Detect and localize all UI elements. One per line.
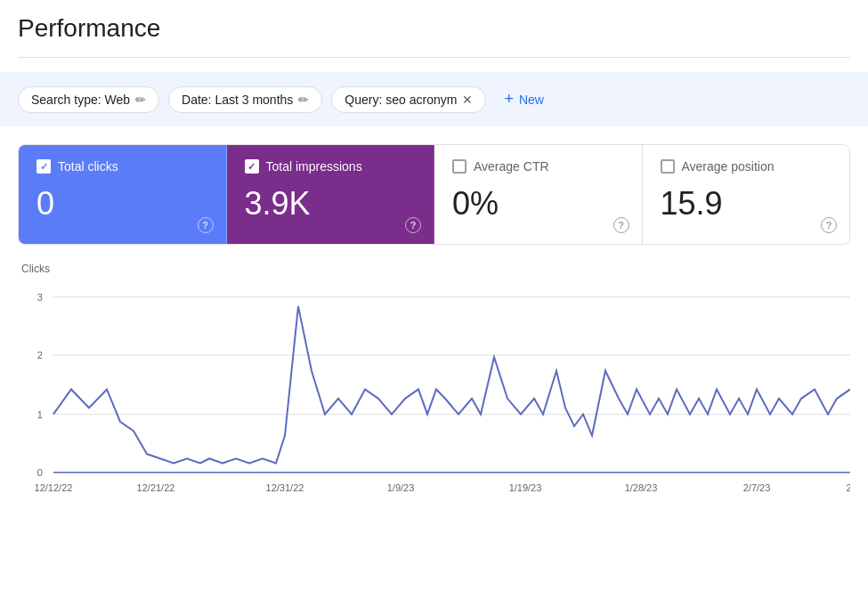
svg-text:0: 0 xyxy=(37,467,43,478)
search-type-label: Search type: Web xyxy=(31,93,130,107)
metric-header-position: Average position xyxy=(661,159,832,174)
plus-icon: + xyxy=(504,90,514,109)
metric-header-clicks: ✓ Total clicks xyxy=(37,159,208,174)
position-checkbox[interactable] xyxy=(661,159,675,174)
metric-card-average-position[interactable]: Average position 15.9 ? xyxy=(643,145,850,244)
svg-text:12/31/22: 12/31/22 xyxy=(266,482,304,493)
position-help-icon[interactable]: ? xyxy=(821,217,837,233)
metric-header-ctr: Average CTR xyxy=(452,159,624,174)
check-impressions-icon: ✓ xyxy=(247,161,256,173)
new-label: New xyxy=(519,93,544,107)
new-filter-button[interactable]: + New xyxy=(495,85,553,114)
metric-card-average-ctr[interactable]: Average CTR 0% ? xyxy=(434,145,643,244)
svg-text:2: 2 xyxy=(37,350,43,360)
ctr-help-icon[interactable]: ? xyxy=(613,217,629,233)
check-icon: ✓ xyxy=(40,161,48,173)
clicks-checkbox[interactable]: ✓ xyxy=(37,159,51,174)
clicks-help-icon[interactable]: ? xyxy=(198,217,214,233)
page-title: Performance xyxy=(18,14,850,58)
metrics-row: ✓ Total clicks 0 ? ✓ Total impressions 3… xyxy=(18,144,850,245)
query-filter[interactable]: Query: seo acronym ✕ xyxy=(331,86,486,113)
svg-text:1/28/23: 1/28/23 xyxy=(625,482,658,493)
search-type-filter[interactable]: Search type: Web ✏ xyxy=(18,86,159,113)
clicks-label: Total clicks xyxy=(58,159,118,174)
ctr-checkbox[interactable] xyxy=(452,159,466,174)
chart-container: 3 2 1 0 12/12/22 12/21/22 12/31/22 1/9/2… xyxy=(18,279,850,528)
query-label: Query: seo acronym xyxy=(345,93,457,107)
svg-text:3: 3 xyxy=(37,292,43,303)
position-label: Average position xyxy=(682,159,775,174)
svg-text:12/12/22: 12/12/22 xyxy=(35,482,73,493)
svg-text:1/9/23: 1/9/23 xyxy=(387,482,415,493)
impressions-value: 3.9K xyxy=(245,184,417,223)
ctr-value: 0% xyxy=(452,184,624,223)
metric-header-impressions: ✓ Total impressions xyxy=(245,159,417,174)
query-remove-icon[interactable]: ✕ xyxy=(462,93,473,107)
search-type-edit-icon[interactable]: ✏ xyxy=(135,93,146,107)
impressions-label: Total impressions xyxy=(266,159,362,174)
chart-svg: 3 2 1 0 12/12/22 12/21/22 12/31/22 1/9/2… xyxy=(18,279,850,528)
ctr-label: Average CTR xyxy=(474,159,549,174)
svg-text:12/21/22: 12/21/22 xyxy=(137,482,175,493)
position-value: 15.9 xyxy=(661,184,832,223)
metric-card-total-clicks[interactable]: ✓ Total clicks 0 ? xyxy=(19,145,227,244)
svg-text:2/7/23: 2/7/23 xyxy=(743,482,771,493)
svg-text:1/19/23: 1/19/23 xyxy=(509,482,542,493)
date-label: Date: Last 3 months xyxy=(182,93,293,107)
page-container: Performance Search type: Web ✏ Date: Las… xyxy=(0,0,868,542)
filter-bar: Search type: Web ✏ Date: Last 3 months ✏… xyxy=(0,72,868,126)
date-filter[interactable]: Date: Last 3 months ✏ xyxy=(168,86,322,113)
svg-text:1: 1 xyxy=(37,409,43,420)
date-edit-icon[interactable]: ✏ xyxy=(298,93,309,107)
chart-area: Clicks 3 2 1 0 12/12/22 xyxy=(18,254,850,528)
svg-text:2/: 2/ xyxy=(846,482,850,493)
metric-card-total-impressions[interactable]: ✓ Total impressions 3.9K ? xyxy=(227,145,435,244)
impressions-checkbox[interactable]: ✓ xyxy=(245,159,259,174)
impressions-help-icon[interactable]: ? xyxy=(405,217,421,233)
chart-y-label: Clicks xyxy=(18,263,850,275)
clicks-value: 0 xyxy=(37,184,208,223)
